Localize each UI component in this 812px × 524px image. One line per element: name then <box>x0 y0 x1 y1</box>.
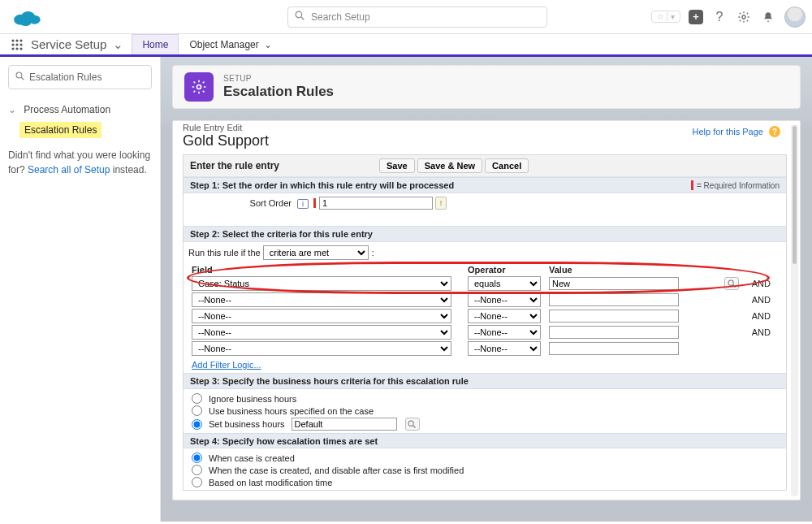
sidebar-item-escalation-rules[interactable]: Escalation Rules <box>19 122 102 138</box>
app-nav: Service Setup ⌄ Home Object Manager ⌄ <box>0 34 812 57</box>
chevron-down-icon: ⌄ <box>113 37 123 52</box>
criteria-header-field: Field <box>188 263 464 275</box>
radio-input[interactable] <box>192 477 202 487</box>
criteria-field-select[interactable]: --None-- <box>192 341 451 356</box>
global-add-icon[interactable]: ＋ <box>689 10 703 24</box>
help-icon[interactable]: ? <box>711 9 728 25</box>
sort-order-row: Sort Order i ! <box>184 193 786 213</box>
sidebar-search-all-link[interactable]: Search all of Setup <box>28 164 110 175</box>
criteria-operator-select[interactable]: --None-- <box>468 325 541 340</box>
info-icon[interactable]: i <box>297 199 309 209</box>
svg-point-3 <box>19 18 31 26</box>
criteria-operator-select[interactable]: --None-- <box>468 292 541 307</box>
sidebar-group-label: Process Automation <box>24 104 110 115</box>
app-name[interactable]: Service Setup ⌄ <box>26 34 132 54</box>
criteria-operator-select[interactable]: equals <box>468 276 541 291</box>
sidebar-search-value: Escalation Rules <box>29 71 102 83</box>
global-search-input[interactable]: Search Setup <box>287 6 547 28</box>
svg-point-15 <box>19 47 22 50</box>
vertical-scrollbar[interactable] <box>791 124 798 496</box>
lookup-icon[interactable] <box>405 418 420 431</box>
favorites-pill[interactable]: ☆▾ <box>651 11 680 23</box>
criteria-table: Field Operator Value Case: StatusequalsA… <box>188 263 781 357</box>
business-hours-input[interactable] <box>292 418 397 431</box>
radio-input[interactable] <box>192 419 202 430</box>
criteria-operator-select[interactable]: --None-- <box>468 309 541 323</box>
sort-order-input[interactable] <box>319 197 433 210</box>
criteria-value-input[interactable] <box>549 293 679 306</box>
tab-home[interactable]: Home <box>132 34 179 54</box>
cancel-button[interactable]: Cancel <box>485 158 529 173</box>
sort-order-warning-icon: ! <box>435 197 447 210</box>
sidebar-group-process-automation[interactable]: ⌄ Process Automation <box>8 101 152 119</box>
radio-input[interactable] <box>192 405 202 416</box>
criteria-row: --None----None--AND <box>188 308 781 324</box>
scrollbar-thumb[interactable] <box>793 126 797 264</box>
escalation-time-option[interactable]: When the case is created, and disable af… <box>184 464 786 476</box>
escalation-time-option[interactable]: Based on last modification time <box>184 476 786 488</box>
svg-point-4 <box>296 11 302 18</box>
step1-title: Step 1: Set the order in which this rule… <box>190 180 454 190</box>
escalation-time-option[interactable]: When case is created <box>184 452 786 464</box>
criteria-value-input[interactable] <box>549 342 679 355</box>
required-info-legend: = Required Information <box>691 180 780 190</box>
save-and-new-button[interactable]: Save & New <box>417 158 482 173</box>
criteria-and-label <box>749 340 781 357</box>
radio-input[interactable] <box>192 465 202 475</box>
svg-point-6 <box>742 15 745 19</box>
step2-bar: Step 2: Select the criteria for this rul… <box>184 226 786 242</box>
required-bar-icon <box>691 180 693 190</box>
step3-title: Step 3: Specify the business hours crite… <box>190 376 469 386</box>
svg-point-13 <box>11 47 14 50</box>
notifications-bell-icon[interactable] <box>760 9 776 25</box>
escalation-rules-icon <box>184 72 214 102</box>
app-launcher-icon[interactable] <box>8 34 26 54</box>
option-label: Based on last modification time <box>209 478 332 487</box>
setup-content-area: SETUP Escalation Rules Help for this Pag… <box>161 57 812 522</box>
criteria-value-input[interactable] <box>549 310 679 323</box>
criteria-value-input[interactable] <box>549 326 679 339</box>
search-icon <box>15 71 24 83</box>
tab-label: Home <box>142 39 168 50</box>
lookup-icon[interactable] <box>724 277 739 290</box>
criteria-field-select[interactable]: Case: Status <box>192 276 451 291</box>
business-hours-option[interactable]: Use business hours specified on the case <box>184 405 786 417</box>
svg-point-12 <box>19 43 22 45</box>
svg-line-20 <box>732 284 735 287</box>
run-rule-row: Run this rule if the criteria are met : <box>184 242 786 263</box>
sidebar-search-input[interactable]: Escalation Rules <box>8 65 152 89</box>
svg-point-9 <box>19 39 22 41</box>
option-label: Use business hours specified on the case <box>209 406 374 416</box>
page-header-eyebrow: SETUP <box>223 74 334 83</box>
criteria-field-select[interactable]: --None-- <box>192 292 451 307</box>
save-button[interactable]: Save <box>379 158 415 173</box>
option-label: When the case is created, and disable af… <box>209 466 464 475</box>
radio-input[interactable] <box>192 453 202 463</box>
step4-bar: Step 4: Specify how escalation times are… <box>184 433 786 448</box>
business-hours-option[interactable]: Ignore business hours <box>184 392 786 405</box>
option-label: When case is created <box>209 453 295 463</box>
panel-header: Enter the rule entry Save Save & New Can… <box>184 155 786 177</box>
help-for-page-link[interactable]: Help for this Page <box>693 127 763 136</box>
step4-title: Step 4: Specify how escalation times are… <box>190 436 378 446</box>
criteria-row: --None----None-- <box>188 340 781 357</box>
criteria-field-select[interactable]: --None-- <box>192 325 451 340</box>
setup-gear-icon[interactable] <box>736 9 752 25</box>
criteria-operator-select[interactable]: --None-- <box>468 341 541 356</box>
page-header-texts: SETUP Escalation Rules <box>223 74 334 100</box>
sort-order-label: Sort Order i <box>192 198 313 209</box>
svg-point-16 <box>16 72 22 78</box>
radio-input[interactable] <box>192 393 202 404</box>
tab-object-manager[interactable]: Object Manager ⌄ <box>179 34 282 54</box>
run-rule-condition-select[interactable]: criteria are met <box>263 245 369 260</box>
help-circle-icon[interactable]: ? <box>769 126 780 137</box>
svg-point-14 <box>15 47 18 50</box>
business-hours-option[interactable]: Set business hours <box>184 417 786 431</box>
svg-line-5 <box>301 17 304 19</box>
add-filter-logic-link[interactable]: Add Filter Logic... <box>184 357 270 373</box>
option-label: Ignore business hours <box>209 394 296 404</box>
criteria-value-input[interactable] <box>549 277 679 290</box>
user-avatar[interactable] <box>784 6 806 28</box>
criteria-field-select[interactable]: --None-- <box>192 309 451 323</box>
step1-bar: Step 1: Set the order in which this rule… <box>184 177 786 193</box>
